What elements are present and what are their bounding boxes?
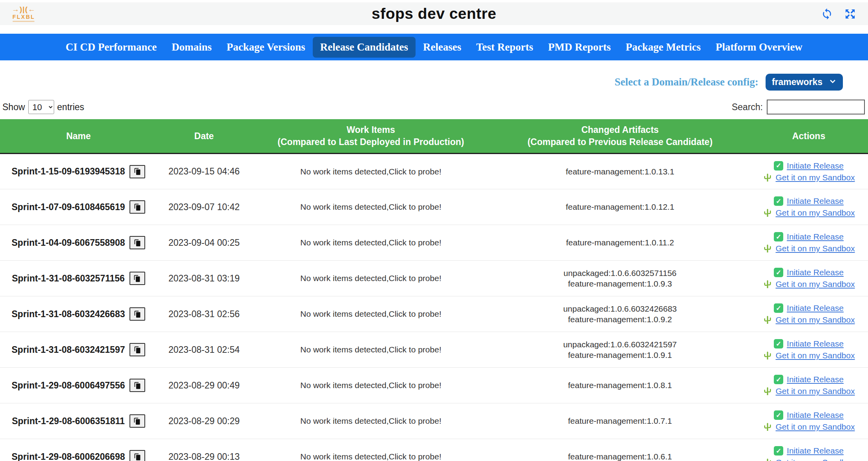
work-items-probe[interactable]: No work items detected,Click to probe! [251, 403, 491, 439]
copy-icon[interactable] [129, 272, 145, 285]
get-sandbox-link[interactable]: Get it on my Sandbox [776, 173, 855, 182]
get-sandbox-link[interactable]: Get it on my Sandbox [776, 208, 855, 218]
table-row: Sprint-1-04-09-6067558908 2023-09-04 00:… [0, 225, 868, 261]
chevron-down-icon [829, 77, 837, 87]
work-items-probe[interactable]: No work items detected,Click to probe! [251, 189, 491, 225]
release-candidate-name: Sprint-1-29-08-6006497556 [12, 380, 125, 391]
release-candidate-name: Sprint-1-31-08-6032421597 [12, 345, 125, 355]
initiate-release-link[interactable]: Initiate Release [787, 161, 844, 171]
nav-tab-domains[interactable]: Domains [164, 37, 219, 58]
nav-tab-ci-cd-performance[interactable]: CI CD Performance [58, 37, 164, 58]
work-items-probe[interactable]: No work items detected,Click to probe! [251, 261, 491, 296]
page-title: sfops dev centre [0, 5, 868, 22]
cactus-icon [763, 387, 772, 396]
copy-icon[interactable] [129, 165, 145, 178]
release-candidate-name: Sprint-1-07-09-6108465619 [12, 202, 125, 212]
changed-artifacts: feature-management:1.0.7.1 [491, 403, 749, 439]
cactus-icon [763, 458, 772, 461]
show-label: Show [2, 102, 25, 113]
cactus-icon [763, 244, 772, 253]
changed-artifacts: unpackaged:1.0.6.6032571156feature-manag… [491, 261, 749, 296]
check-icon: ✓ [774, 196, 783, 206]
initiate-release-action: ✓ Initiate Release [749, 303, 868, 313]
changed-artifacts: feature-management:1.0.11.2 [491, 225, 749, 261]
release-candidate-name: Sprint-1-29-08-6006206698 [12, 452, 125, 461]
show-entries: Show 10 entries [2, 100, 84, 114]
get-sandbox-link[interactable]: Get it on my Sandbox [776, 351, 855, 360]
work-items-probe[interactable]: No work items detected,Click to probe! [251, 439, 491, 461]
work-items-probe[interactable]: No work items detected,Click to probe! [251, 368, 491, 403]
cactus-icon [763, 351, 772, 360]
nav-tab-test-reports[interactable]: Test Reports [469, 37, 541, 58]
initiate-release-action: ✓ Initiate Release [749, 196, 868, 206]
page: →)|(← FLXBL sfops dev centre CI CD Perfo… [0, 0, 868, 461]
changed-artifacts: feature-management:1.0.13.1 [491, 154, 749, 189]
get-sandbox-action: Get it on my Sandbox [749, 208, 868, 218]
cactus-icon [763, 315, 772, 325]
work-items-probe[interactable]: No work items detected,Click to probe! [251, 225, 491, 261]
work-items-probe[interactable]: No work items detected,Click to probe! [251, 332, 491, 368]
check-icon: ✓ [774, 339, 783, 348]
check-icon: ✓ [774, 232, 783, 241]
get-sandbox-action: Get it on my Sandbox [749, 422, 868, 432]
release-candidate-date: 2023-08-31 03:19 [157, 261, 251, 296]
copy-icon[interactable] [129, 414, 145, 428]
search-input[interactable] [767, 100, 865, 114]
release-candidate-date: 2023-08-29 00:49 [157, 368, 251, 403]
initiate-release-link[interactable]: Initiate Release [787, 268, 844, 277]
copy-icon[interactable] [129, 236, 145, 249]
page-size-select[interactable]: 10 [28, 100, 54, 114]
copy-icon[interactable] [129, 343, 145, 356]
initiate-release-link[interactable]: Initiate Release [787, 303, 844, 313]
changed-artifacts: feature-management:1.0.12.1 [491, 189, 749, 225]
release-candidate-name: Sprint-1-04-09-6067558908 [12, 238, 125, 248]
initiate-release-link[interactable]: Initiate Release [787, 232, 844, 241]
column-header-date: Date [157, 119, 251, 154]
work-items-probe[interactable]: No work items detected,Click to probe! [251, 154, 491, 189]
initiate-release-link[interactable]: Initiate Release [787, 375, 844, 384]
artifact-version: feature-management:1.0.11.2 [491, 238, 749, 247]
nav-tab-release-candidates[interactable]: Release Candidates [313, 37, 416, 58]
artifact-version: unpackaged:1.0.6.6032426683 [491, 304, 749, 314]
table-row: Sprint-1-07-09-6108465619 2023-09-07 10:… [0, 189, 868, 225]
copy-icon[interactable] [129, 200, 145, 214]
cactus-icon [763, 208, 772, 218]
initiate-release-link[interactable]: Initiate Release [787, 196, 844, 206]
nav-tab-pmd-reports[interactable]: PMD Reports [541, 37, 618, 58]
refresh-icon[interactable] [821, 8, 833, 20]
get-sandbox-link[interactable]: Get it on my Sandbox [776, 315, 855, 325]
release-candidate-name: Sprint-1-29-08-6006351811 [12, 416, 125, 427]
release-candidate-date: 2023-08-29 00:13 [157, 439, 251, 461]
initiate-release-action: ✓ Initiate Release [749, 161, 868, 171]
nav-tab-package-versions[interactable]: Package Versions [219, 37, 313, 58]
nav-tab-platform-overview[interactable]: Platform Overview [708, 37, 810, 58]
artifact-version: feature-management:1.0.12.1 [491, 202, 749, 212]
copy-icon[interactable] [129, 379, 145, 392]
get-sandbox-action: Get it on my Sandbox [749, 280, 868, 289]
config-row: Select a Domain/Release config: framewor… [0, 74, 868, 90]
initiate-release-link[interactable]: Initiate Release [787, 446, 844, 456]
work-items-probe[interactable]: No work items detected,Click to probe! [251, 296, 491, 332]
changed-artifacts: unpackaged:1.0.6.6032426683feature-manag… [491, 296, 749, 332]
cactus-icon [763, 280, 772, 289]
nav-tab-releases[interactable]: Releases [416, 37, 469, 58]
changed-artifacts: feature-management:1.0.8.1 [491, 368, 749, 403]
get-sandbox-action: Get it on my Sandbox [749, 315, 868, 325]
entries-label: entries [57, 102, 84, 113]
expand-icon[interactable] [844, 8, 856, 20]
get-sandbox-link[interactable]: Get it on my Sandbox [776, 387, 855, 396]
table-controls: Show 10 entries Search: [0, 98, 868, 116]
artifact-version: feature-management:1.0.13.1 [491, 167, 749, 176]
copy-icon[interactable] [129, 450, 145, 461]
get-sandbox-link[interactable]: Get it on my Sandbox [776, 458, 855, 461]
initiate-release-action: ✓ Initiate Release [749, 232, 868, 241]
nav-tab-package-metrics[interactable]: Package Metrics [618, 37, 708, 58]
get-sandbox-link[interactable]: Get it on my Sandbox [776, 280, 855, 289]
copy-icon[interactable] [129, 307, 145, 321]
initiate-release-action: ✓ Initiate Release [749, 410, 868, 420]
get-sandbox-link[interactable]: Get it on my Sandbox [776, 422, 855, 432]
initiate-release-link[interactable]: Initiate Release [787, 410, 844, 420]
domain-config-dropdown[interactable]: frameworks [766, 74, 843, 91]
get-sandbox-link[interactable]: Get it on my Sandbox [776, 244, 855, 253]
initiate-release-link[interactable]: Initiate Release [787, 339, 844, 348]
